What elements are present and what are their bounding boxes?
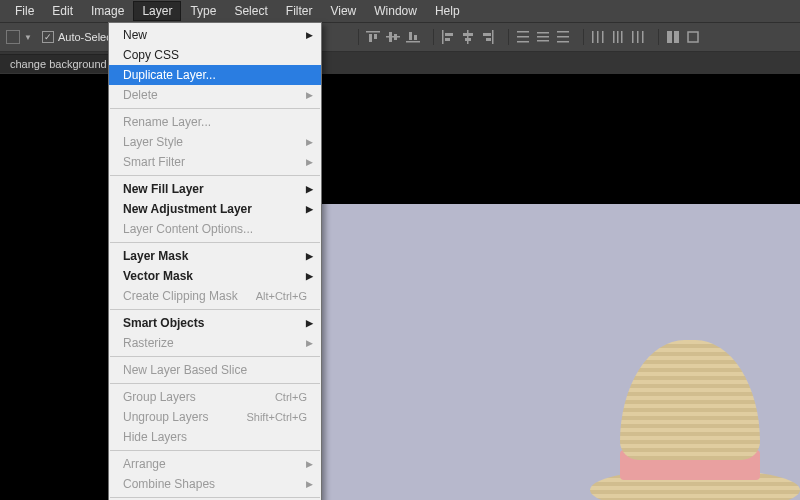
svg-rect-3: [386, 36, 400, 38]
align-bottom-icon[interactable]: [405, 29, 421, 45]
chevron-down-icon: ▼: [24, 33, 32, 42]
submenu-arrow-icon: ▶: [306, 251, 313, 261]
menu-item-label: Hide Layers: [123, 430, 187, 444]
menu-item-vector-mask[interactable]: Vector Mask▶: [109, 266, 321, 286]
menu-edit[interactable]: Edit: [43, 1, 82, 21]
menu-item-shortcut: Ctrl+G: [275, 391, 307, 403]
menu-item-combine-shapes: Combine Shapes▶: [109, 474, 321, 494]
distribute-vcenter-icon[interactable]: [535, 29, 551, 45]
svg-rect-20: [517, 41, 529, 43]
menu-item-label: Group Layers: [123, 390, 196, 404]
svg-rect-5: [394, 34, 397, 40]
svg-rect-13: [463, 33, 473, 36]
menu-item-label: Copy CSS: [123, 48, 179, 62]
auto-align-icon[interactable]: [665, 29, 681, 45]
svg-rect-29: [602, 31, 604, 43]
distribute-left-icon[interactable]: [590, 29, 606, 45]
menu-window[interactable]: Window: [365, 1, 426, 21]
menu-filter[interactable]: Filter: [277, 1, 322, 21]
3d-mode-icon[interactable]: [685, 29, 701, 45]
svg-rect-7: [409, 32, 412, 40]
align-vcenter-icon[interactable]: [385, 29, 401, 45]
menu-item-label: Combine Shapes: [123, 477, 215, 491]
menu-item-new-adjustment-layer[interactable]: New Adjustment Layer▶: [109, 199, 321, 219]
menu-item-label: Arrange: [123, 457, 166, 471]
menu-item-label: Layer Mask: [123, 249, 188, 263]
menu-image[interactable]: Image: [82, 1, 133, 21]
svg-rect-21: [537, 32, 549, 34]
menu-item-label: Rename Layer...: [123, 115, 211, 129]
distribute-bottom-icon[interactable]: [555, 29, 571, 45]
menu-item-label: Smart Filter: [123, 155, 185, 169]
submenu-arrow-icon: ▶: [306, 30, 313, 40]
svg-rect-31: [617, 31, 619, 43]
menu-item-duplicate-layer[interactable]: Duplicate Layer...: [109, 65, 321, 85]
svg-rect-0: [366, 31, 380, 33]
menu-type[interactable]: Type: [181, 1, 225, 21]
svg-rect-15: [492, 30, 494, 44]
svg-rect-10: [445, 33, 453, 36]
align-hcenter-icon[interactable]: [460, 29, 476, 45]
svg-rect-6: [406, 41, 420, 43]
distribute-right-icon[interactable]: [630, 29, 646, 45]
menu-item-layer-content-options: Layer Content Options...: [109, 219, 321, 239]
svg-rect-32: [621, 31, 623, 43]
document-canvas[interactable]: [322, 204, 800, 500]
menu-layer[interactable]: Layer: [133, 1, 181, 21]
svg-rect-35: [642, 31, 644, 43]
menu-item-label: New Adjustment Layer: [123, 202, 252, 216]
menu-item-label: Smart Objects: [123, 316, 204, 330]
menu-item-smart-objects[interactable]: Smart Objects▶: [109, 313, 321, 333]
svg-rect-17: [486, 38, 491, 41]
svg-rect-38: [688, 32, 698, 42]
menu-item-shortcut: Shift+Ctrl+G: [246, 411, 307, 423]
menu-item-hide-layers: Hide Layers: [109, 427, 321, 447]
menu-item-label: Ungroup Layers: [123, 410, 208, 424]
menu-file[interactable]: File: [6, 1, 43, 21]
menu-item-rasterize: Rasterize▶: [109, 333, 321, 353]
menu-item-label: Layer Style: [123, 135, 183, 149]
svg-rect-24: [557, 31, 569, 33]
menu-item-shortcut: Alt+Ctrl+G: [256, 290, 307, 302]
svg-rect-19: [517, 36, 529, 38]
distribute-hcenter-icon[interactable]: [610, 29, 626, 45]
svg-rect-26: [557, 41, 569, 43]
submenu-arrow-icon: ▶: [306, 318, 313, 328]
svg-rect-33: [632, 31, 634, 43]
svg-rect-9: [442, 30, 444, 44]
submenu-arrow-icon: ▶: [306, 90, 313, 100]
menu-help[interactable]: Help: [426, 1, 469, 21]
menu-item-copy-css[interactable]: Copy CSS: [109, 45, 321, 65]
submenu-arrow-icon: ▶: [306, 338, 313, 348]
menu-view[interactable]: View: [321, 1, 365, 21]
canvas-image-hat: [580, 340, 800, 500]
menu-item-ungroup-layers: Ungroup LayersShift+Ctrl+G: [109, 407, 321, 427]
menu-item-label: Layer Content Options...: [123, 222, 253, 236]
svg-rect-4: [389, 32, 392, 42]
menu-select[interactable]: Select: [225, 1, 276, 21]
align-right-icon[interactable]: [480, 29, 496, 45]
menu-item-smart-filter: Smart Filter▶: [109, 152, 321, 172]
tool-preset-dropdown[interactable]: [6, 30, 20, 44]
auto-select-checkbox[interactable]: ✓: [42, 31, 54, 43]
svg-rect-11: [445, 38, 450, 41]
svg-rect-1: [369, 34, 372, 42]
menu-item-new-layer-based-slice: New Layer Based Slice: [109, 360, 321, 380]
menu-item-new-fill-layer[interactable]: New Fill Layer▶: [109, 179, 321, 199]
svg-rect-22: [537, 36, 549, 38]
menu-item-create-clipping-mask: Create Clipping MaskAlt+Ctrl+G: [109, 286, 321, 306]
menu-item-arrange: Arrange▶: [109, 454, 321, 474]
distribute-top-icon[interactable]: [515, 29, 531, 45]
svg-rect-34: [637, 31, 639, 43]
submenu-arrow-icon: ▶: [306, 137, 313, 147]
menu-item-group-layers: Group LayersCtrl+G: [109, 387, 321, 407]
align-top-icon[interactable]: [365, 29, 381, 45]
svg-rect-16: [483, 33, 491, 36]
align-left-icon[interactable]: [440, 29, 456, 45]
menu-item-layer-mask[interactable]: Layer Mask▶: [109, 246, 321, 266]
svg-rect-28: [597, 31, 599, 43]
menu-item-delete: Delete▶: [109, 85, 321, 105]
submenu-arrow-icon: ▶: [306, 459, 313, 469]
menu-item-label: New Fill Layer: [123, 182, 204, 196]
menu-item-new[interactable]: New▶: [109, 25, 321, 45]
